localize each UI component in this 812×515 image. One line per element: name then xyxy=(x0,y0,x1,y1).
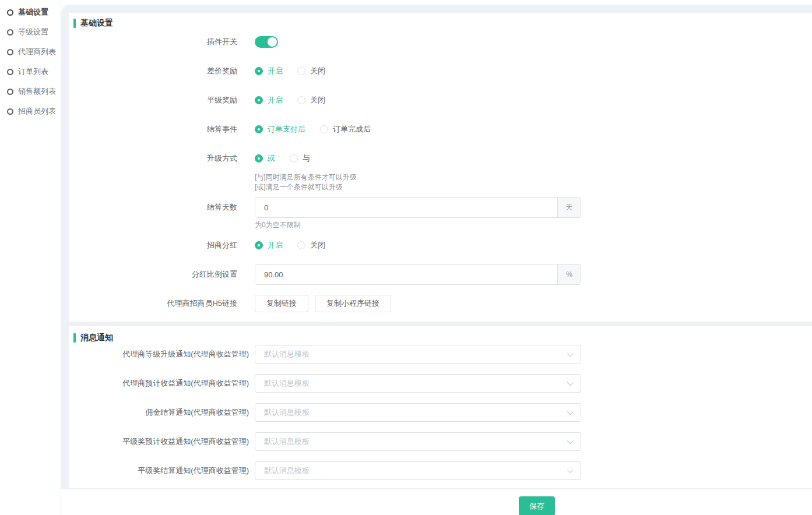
help-text: [或]满足一个条件就可以升级 xyxy=(255,182,357,192)
radio-option-on[interactable]: 开启 xyxy=(255,66,283,76)
form-row-dividend-ratio: 分红比例设置 % xyxy=(69,264,812,285)
field-label: 平级奖预计收益通知(代理商收益管理) xyxy=(69,432,255,451)
chevron-down-icon xyxy=(567,379,574,386)
sidebar-item-recruiter-list[interactable]: 招商员列表 xyxy=(0,101,61,121)
form-row-peer-reward: 平级奖励 开启 关闭 xyxy=(69,90,812,111)
circle-icon xyxy=(7,108,13,115)
radio-icon xyxy=(255,96,263,104)
sidebar: 基础设置 等级设置 代理商列表 订单列表 销售额列表 招商员列表 xyxy=(0,0,61,515)
help-text: [与]同时满足所有条件才可以升级 xyxy=(255,172,357,182)
settlement-days-input-group: 天 xyxy=(255,197,581,218)
field-label: 招商分红 xyxy=(69,235,255,256)
chevron-down-icon xyxy=(567,467,574,473)
form-row-upgrade-mode: 升级方式 或 与 [与]同时满足所有条件才可以升级 [或]满足一个条件就可以升级 xyxy=(69,148,812,192)
field-label: 插件开关 xyxy=(69,31,255,52)
radio-option-off[interactable]: 关闭 xyxy=(297,95,325,105)
radio-option-off[interactable]: 关闭 xyxy=(297,66,325,76)
radio-icon xyxy=(297,241,305,249)
select-placeholder: 默认消息模板 xyxy=(264,349,567,359)
circle-icon xyxy=(7,89,13,95)
dividend-ratio-input-group: % xyxy=(255,264,581,285)
select-placeholder: 默认消息模板 xyxy=(264,378,567,389)
field-label: 平级奖结算通知(代理商收益管理) xyxy=(69,461,255,480)
field-label: 结算天数 xyxy=(69,197,255,218)
input-suffix-days: 天 xyxy=(557,197,581,217)
circle-icon xyxy=(7,49,13,55)
chevron-down-icon xyxy=(567,350,574,357)
field-label: 平级奖励 xyxy=(69,90,255,111)
form-row-plugin-switch: 插件开关 xyxy=(69,31,812,52)
basic-settings-card: 基础设置 插件开关 差价奖励 开启 关闭 xyxy=(69,13,812,322)
chevron-down-icon xyxy=(567,408,574,415)
sidebar-item-agent-list[interactable]: 代理商列表 xyxy=(0,42,61,62)
form-row-notify-expected-income: 代理商预计收益通知(代理商收益管理) 默认消息模板 xyxy=(69,374,812,393)
footer-bar: 保存 xyxy=(61,489,812,515)
radio-icon xyxy=(255,67,263,75)
section-title-text: 消息通知 xyxy=(80,333,113,343)
section-title-notify: 消息通知 xyxy=(69,333,812,343)
save-button[interactable]: 保存 xyxy=(519,496,555,515)
form-row-settlement-event: 结算事件 订单支付后 订单完成后 xyxy=(69,119,812,140)
toggle-knob xyxy=(268,37,277,47)
plugin-switch-toggle[interactable] xyxy=(255,36,278,48)
field-label: 代理商预计收益通知(代理商收益管理) xyxy=(69,374,255,393)
radio-option-on[interactable]: 开启 xyxy=(255,95,283,105)
select-placeholder: 默认消息模板 xyxy=(264,465,567,476)
form-row-recruit-dividend: 招商分红 开启 关闭 xyxy=(69,235,812,256)
sidebar-item-label: 订单列表 xyxy=(18,66,48,77)
radio-icon xyxy=(297,67,305,75)
chevron-down-icon xyxy=(567,438,574,444)
sidebar-item-sales-list[interactable]: 销售额列表 xyxy=(0,82,61,101)
form-row-notify-peer-settle: 平级奖结算通知(代理商收益管理) 默认消息模板 xyxy=(69,461,812,480)
select-placeholder: 默认消息模板 xyxy=(264,407,567,418)
sidebar-item-label: 等级设置 xyxy=(18,27,48,37)
sidebar-item-level-settings[interactable]: 等级设置 xyxy=(0,22,61,42)
circle-icon xyxy=(7,29,13,36)
radio-icon xyxy=(297,96,305,104)
radio-option-order-paid[interactable]: 订单支付后 xyxy=(255,124,305,135)
template-select[interactable]: 默认消息模板 xyxy=(255,345,581,364)
sidebar-item-label: 招商员列表 xyxy=(18,106,56,117)
radio-icon xyxy=(290,154,298,163)
select-placeholder: 默认消息模板 xyxy=(264,436,567,447)
field-label: 分红比例设置 xyxy=(69,264,255,285)
form-row-settlement-days: 结算天数 天 为0为空不限制 xyxy=(69,197,812,230)
message-notify-card: 消息通知 代理商等级升级通知(代理商收益管理) 默认消息模板 代理商预计收益通知… xyxy=(69,326,812,488)
section-title-text: 基础设置 xyxy=(80,18,113,29)
section-title-bar xyxy=(73,333,76,343)
field-label: 差价奖励 xyxy=(69,61,255,82)
sidebar-item-basic-settings[interactable]: 基础设置 xyxy=(0,2,61,22)
section-title-bar xyxy=(73,19,76,28)
field-label: 代理商招商员H5链接 xyxy=(69,293,255,314)
template-select[interactable]: 默认消息模板 xyxy=(255,461,581,480)
help-text: 为0为空不限制 xyxy=(255,220,581,230)
radio-icon xyxy=(255,154,263,163)
radio-icon xyxy=(255,241,263,249)
field-label: 升级方式 xyxy=(69,148,255,169)
radio-icon xyxy=(255,125,263,133)
copy-miniprogram-link-button[interactable]: 复制小程序链接 xyxy=(315,295,391,312)
template-select[interactable]: 默认消息模板 xyxy=(255,403,581,422)
sidebar-item-order-list[interactable]: 订单列表 xyxy=(0,62,61,82)
radio-option-off[interactable]: 关闭 xyxy=(297,240,325,251)
form-row-notify-commission-settle: 佣金结算通知(代理商收益管理) 默认消息模板 xyxy=(69,403,812,422)
radio-option-and[interactable]: 与 xyxy=(290,153,310,164)
form-row-h5-link: 代理商招商员H5链接 复制链接 复制小程序链接 xyxy=(69,293,812,314)
radio-option-or[interactable]: 或 xyxy=(255,153,275,164)
radio-icon xyxy=(320,125,328,133)
form-row-notify-peer-expected: 平级奖预计收益通知(代理商收益管理) 默认消息模板 xyxy=(69,432,812,451)
template-select[interactable]: 默认消息模板 xyxy=(255,432,581,451)
field-label: 结算事件 xyxy=(69,119,255,140)
radio-option-order-completed[interactable]: 订单完成后 xyxy=(320,124,371,135)
section-title-basic: 基础设置 xyxy=(69,19,812,28)
dividend-ratio-input[interactable] xyxy=(255,264,557,284)
sidebar-item-label: 代理商列表 xyxy=(18,47,56,57)
radio-option-on[interactable]: 开启 xyxy=(255,240,283,251)
settlement-days-input[interactable] xyxy=(255,197,557,217)
form-row-notify-level-upgrade: 代理商等级升级通知(代理商收益管理) 默认消息模板 xyxy=(69,345,812,364)
circle-icon xyxy=(7,69,13,75)
template-select[interactable]: 默认消息模板 xyxy=(255,374,581,393)
circle-icon xyxy=(7,9,13,16)
sidebar-item-label: 基础设置 xyxy=(18,7,48,17)
copy-link-button[interactable]: 复制链接 xyxy=(255,295,308,312)
